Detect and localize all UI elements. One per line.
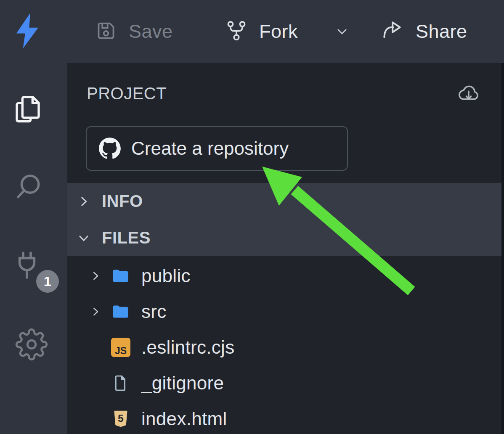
search-icon[interactable] [13,170,46,205]
explorer-panel: PROJECT Create a repository [67,63,501,434]
file-name: src [141,301,167,322]
chevron-right-icon [89,305,102,318]
section-headers: INFO FILES [67,183,501,256]
tree-row-gitignore[interactable]: _gitignore [67,365,501,401]
file-name: _gitignore [141,373,224,394]
file-name: public [141,265,191,286]
stackblitz-logo[interactable] [12,0,42,63]
app-window: Save Fork [0,0,504,434]
file-name: .eslintrc.cjs [141,337,235,358]
plain-file-icon [111,373,130,393]
section-info[interactable]: INFO [67,183,501,220]
tree-row-folder-public[interactable]: public [67,258,501,294]
plugins-count-badge: 1 [36,270,59,293]
fork-label: Fork [259,21,298,42]
create-repository-button[interactable]: Create a repository [86,126,348,171]
save-button[interactable]: Save [94,0,173,63]
cloud-download-icon[interactable] [457,81,480,106]
create-repository-label: Create a repository [131,138,289,159]
section-files-label: FILES [102,228,151,247]
github-logo-icon [98,137,121,160]
tree-row-folder-src[interactable]: src [67,294,501,329]
save-label: Save [129,21,173,42]
file-tree: public src JS .eslin [67,258,501,434]
activity-bar: 1 [0,63,67,434]
share-arrow-icon [379,19,405,44]
folder-icon [111,302,130,321]
lightning-bolt-icon [12,11,42,52]
section-files[interactable]: FILES [67,220,501,256]
chevron-right-icon [89,270,102,282]
project-header: PROJECT [67,80,501,107]
top-toolbar: Save Fork [0,0,504,63]
panel-edge-divider [501,63,504,434]
project-panel-title: PROJECT [87,84,167,103]
project-files-icon[interactable] [11,93,45,128]
fork-button[interactable]: Fork [225,0,349,63]
html-file-icon: 5 [111,409,130,429]
javascript-file-icon: JS [111,338,130,357]
file-name: index.html [141,408,227,429]
tree-row-index-html[interactable]: 5 index.html [67,401,501,434]
chevron-down-icon [77,231,91,245]
chevron-right-icon [77,194,91,209]
svg-text:5: 5 [118,412,124,423]
section-info-label: INFO [102,192,143,211]
settings-gear-icon[interactable] [15,328,48,363]
tree-row-eslintrc[interactable]: JS .eslintrc.cjs [67,329,501,365]
share-button[interactable]: Share [379,0,467,63]
save-floppy-icon [94,19,118,44]
git-fork-icon [225,19,248,44]
share-label: Share [416,21,467,42]
folder-icon [111,266,130,286]
fork-dropdown-chevron-icon[interactable] [335,24,349,39]
